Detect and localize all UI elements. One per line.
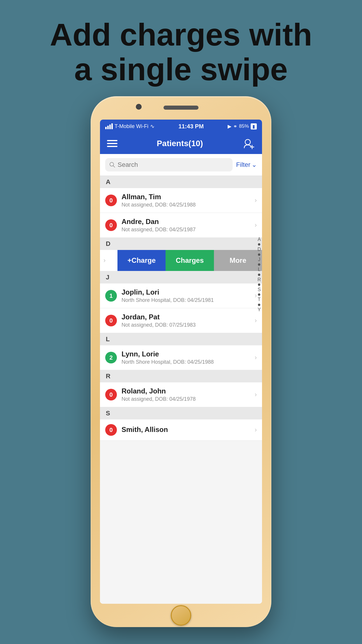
swiped-patient-row: › +Charge Charges More	[100, 250, 262, 271]
nav-title: Patients(10)	[157, 139, 203, 148]
alpha-letter-a[interactable]: A	[258, 236, 261, 243]
chevron-right-icon: ›	[255, 426, 257, 434]
chevron-right-icon: ›	[103, 257, 106, 264]
patient-list: A 0 Allman, Tim Not assigned, DOB: 04/25…	[100, 176, 262, 604]
status-right: ▶ ⚭ 85% ▮	[228, 123, 257, 130]
search-input[interactable]	[117, 161, 229, 169]
chevron-down-icon: ⌄	[252, 161, 257, 169]
patient-row[interactable]: 1 Joplin, Lori North Shore Hospital, DOB…	[100, 284, 262, 308]
chevron-right-icon: ›	[255, 292, 257, 300]
alpha-dot	[258, 284, 260, 286]
status-bar: T-Mobile Wi-Fi ∿ 11:43 PM ▶ ⚭ 85% ▮	[100, 120, 262, 133]
location-icon: ▶	[228, 123, 231, 130]
section-header-l: L	[100, 333, 262, 345]
patient-name: Roland, John	[122, 387, 255, 395]
phone-screen: T-Mobile Wi-Fi ∿ 11:43 PM ▶ ⚭ 85% ▮ Pati…	[100, 120, 262, 604]
signal-bar-1	[105, 127, 107, 129]
svg-point-0	[245, 139, 250, 145]
alpha-letter-t[interactable]: T	[258, 296, 261, 303]
signal-bar-3	[109, 125, 111, 129]
patient-name: Lynn, Lorie	[122, 350, 255, 358]
battery-label: 85%	[239, 123, 249, 129]
patient-row[interactable]: 2 Lynn, Lorie North Shore Hospital, DOB:…	[100, 345, 262, 370]
patient-info: Smith, Allison	[122, 426, 255, 435]
add-patient-icon	[243, 138, 254, 149]
patient-info: Jordan, Pat Not assigned, DOB: 07/25/198…	[122, 313, 255, 328]
phone-top	[91, 96, 271, 120]
patient-sub: Not assigned, DOB: 04/25/1978	[122, 396, 255, 402]
section-header-s: S	[100, 407, 262, 419]
status-time: 11:43 PM	[178, 123, 204, 130]
search-icon	[109, 162, 115, 168]
section-header-r: R	[100, 370, 262, 382]
patient-info: Lynn, Lorie North Shore Hospital, DOB: 0…	[122, 350, 255, 365]
hamburger-menu[interactable]	[107, 140, 117, 147]
patient-row[interactable]: 0 Roland, John Not assigned, DOB: 04/25/…	[100, 382, 262, 407]
chevron-right-icon: ›	[255, 197, 257, 204]
patient-row-partial: ›	[100, 252, 117, 269]
patient-sub: Not assigned, DOB: 07/25/1983	[122, 322, 255, 328]
hamburger-line	[107, 140, 117, 141]
filter-button[interactable]: Filter ⌄	[236, 161, 257, 169]
signal-bar-4	[111, 123, 113, 129]
alpha-letter-d[interactable]: D	[257, 246, 261, 253]
patient-name: Allman, Tim	[122, 193, 255, 201]
chevron-right-icon: ›	[255, 391, 257, 398]
headline: Add charges with a single swipe	[0, 18, 362, 87]
search-bar: Filter ⌄	[100, 154, 262, 176]
signal-bars	[105, 123, 113, 129]
patient-row[interactable]: 0 Smith, Allison ›	[100, 419, 262, 441]
patient-badge: 2	[105, 352, 117, 363]
alpha-letter-r[interactable]: R	[257, 276, 261, 283]
alpha-dot	[258, 243, 260, 246]
hamburger-line	[107, 146, 117, 147]
more-button[interactable]: More	[214, 250, 262, 271]
section-header-d: D	[100, 238, 262, 250]
add-charge-button[interactable]: +Charge	[117, 250, 166, 271]
patient-info: Roland, John Not assigned, DOB: 04/25/19…	[122, 387, 255, 402]
patient-badge: 0	[105, 389, 117, 400]
chevron-right-icon: ›	[255, 354, 257, 361]
alpha-dot	[258, 293, 260, 296]
patient-name: Smith, Allison	[122, 426, 255, 434]
alpha-dot	[258, 263, 260, 266]
swipe-actions: +Charge Charges More	[117, 250, 262, 271]
filter-label: Filter	[236, 161, 250, 169]
patient-name: Jordan, Pat	[122, 313, 255, 321]
battery-icon: ▮	[251, 123, 257, 130]
phone-camera	[136, 104, 142, 110]
patient-sub: North Shore Hospital, DOB: 04/25/1988	[122, 359, 255, 365]
alpha-index[interactable]: A D J L R S T Y	[257, 236, 261, 313]
patient-name: Joplin, Lori	[122, 288, 255, 296]
patient-info: Allman, Tim Not assigned, DOB: 04/25/198…	[122, 193, 255, 208]
hamburger-line	[107, 143, 117, 144]
phone-speaker	[164, 106, 198, 110]
status-left: T-Mobile Wi-Fi ∿	[105, 123, 154, 130]
nav-bar: Patients(10)	[100, 133, 262, 154]
patient-row[interactable]: 0 Allman, Tim Not assigned, DOB: 04/25/1…	[100, 188, 262, 213]
alpha-dot	[258, 304, 260, 306]
alpha-dot	[258, 253, 260, 256]
patient-badge: 0	[105, 219, 117, 231]
charges-button[interactable]: Charges	[166, 250, 214, 271]
headline-line2: a single swipe	[74, 52, 288, 87]
section-header-a: A	[100, 176, 262, 188]
patient-name: Andre, Dan	[122, 218, 255, 226]
carrier-label: T-Mobile Wi-Fi	[115, 123, 148, 130]
alpha-letter-s[interactable]: S	[258, 286, 261, 293]
patient-badge: 0	[105, 315, 117, 326]
home-button[interactable]	[171, 605, 191, 626]
chevron-right-icon: ›	[255, 317, 257, 324]
alpha-letter-j[interactable]: J	[258, 256, 260, 263]
patient-row[interactable]: 0 Jordan, Pat Not assigned, DOB: 07/25/1…	[100, 308, 262, 333]
phone-bottom	[171, 604, 191, 627]
patient-badge: 0	[105, 195, 117, 206]
alpha-letter-l[interactable]: L	[258, 266, 261, 273]
add-patient-button[interactable]	[242, 137, 255, 150]
alpha-letter-y[interactable]: Y	[258, 307, 261, 313]
patient-row[interactable]: 0 Andre, Dan Not assigned, DOB: 04/25/19…	[100, 213, 262, 238]
patient-sub: Not assigned, DOB: 04/25/1987	[122, 227, 255, 233]
search-input-wrap[interactable]	[105, 158, 233, 172]
patient-sub: Not assigned, DOB: 04/25/1988	[122, 202, 255, 208]
patient-badge: 0	[105, 424, 117, 436]
